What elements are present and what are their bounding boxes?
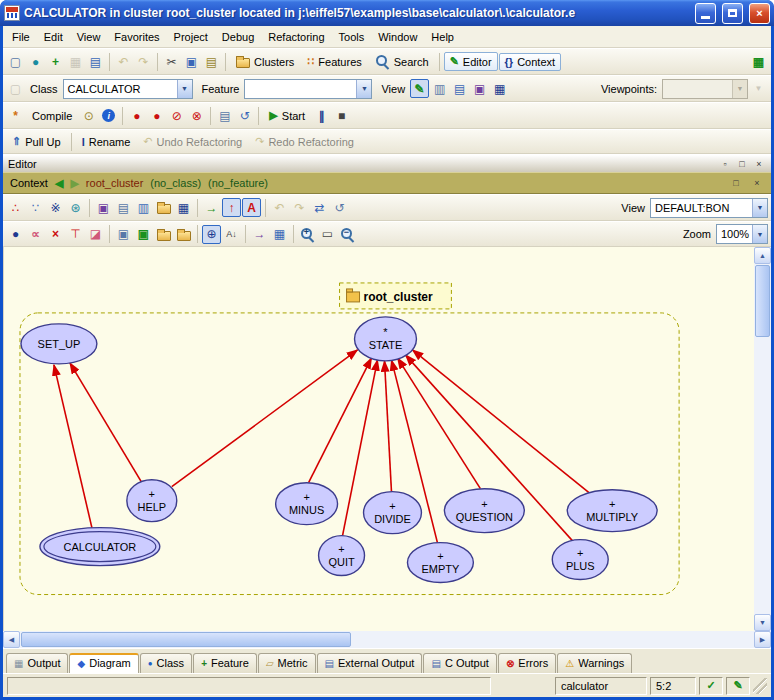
horizontal-scroll-thumb[interactable] [21,632,351,647]
melt-icon[interactable]: * [6,106,25,125]
inheritance-edge-multiply-to-state[interactable] [412,350,590,494]
basic-text-view-icon[interactable]: ✎ [410,79,429,98]
close-button[interactable]: × [749,3,770,24]
context-close-icon[interactable]: × [750,176,764,190]
delete-tool-icon[interactable]: × [46,225,65,244]
class-node-help[interactable]: +HELP [127,480,177,522]
toolbar-overflow-icon[interactable]: ▼ [749,79,768,98]
add-icon[interactable]: + [46,52,65,71]
inheritance-edge-divide-to-state[interactable] [384,361,391,492]
class-node-state[interactable]: *STATE [355,317,417,361]
class-links-icon[interactable]: ∴ [6,198,25,217]
save-icon[interactable]: ▦ [66,52,85,71]
cluster-links-icon[interactable]: ∵ [26,198,45,217]
class-node-calculator[interactable]: CALCULATOR [40,528,160,566]
compile-button[interactable]: Compile [26,107,78,125]
rename-button[interactable]: I Rename [76,133,137,151]
eraser-tool-icon[interactable]: ◪ [86,225,105,244]
horizontal-scroll-track[interactable] [20,631,754,648]
class-node-set_up[interactable]: SET_UP [21,324,97,364]
class-node-divide[interactable]: +DIVIDE [364,492,422,534]
inheritance-tool-icon[interactable]: ↑ [222,198,241,217]
window-layout-icon[interactable]: ▦ [174,198,193,217]
tab-class[interactable]: ●Class [140,653,192,673]
class-node-plus[interactable]: +PLUS [552,540,608,580]
copy-icon[interactable]: ▣ [182,52,201,71]
resize-grip[interactable] [753,678,767,694]
enable-breakpoints-icon[interactable]: ● [127,106,146,125]
zoom-in-icon[interactable]: + [298,225,317,244]
print-diagram-icon[interactable]: ▤ [114,198,133,217]
export-icon[interactable]: ▥ [134,198,153,217]
save-all-icon[interactable]: ▤ [86,52,105,71]
context-toggle-button[interactable]: {} Context [499,53,561,71]
start-button[interactable]: ▶ Start [263,106,311,125]
clusters-button[interactable]: Clusters [230,52,300,71]
pane-float-icon[interactable]: ▫ [718,157,732,171]
folder-in-icon[interactable] [154,225,173,244]
context-cluster[interactable]: root_cluster [86,177,143,189]
class-node-empty[interactable]: +EMPTY [407,543,473,583]
tab-errors[interactable]: ⊗Errors [498,653,556,673]
class-tool-icon[interactable]: ● [6,225,25,244]
undo-refactoring-button[interactable]: ↶ Undo Refactoring [137,132,248,151]
menu-debug[interactable]: Debug [215,28,261,46]
stop-icon[interactable]: ■ [332,106,351,125]
crop-diagram-icon[interactable]: ※ [46,198,65,217]
open-icon[interactable]: ● [26,52,45,71]
project-info-icon[interactable]: i [99,106,118,125]
menu-file[interactable]: File [5,28,37,46]
pane-maximize-icon[interactable]: □ [735,157,749,171]
windows-icon[interactable]: ▣ [114,225,133,244]
remove-breakpoints-icon[interactable]: ⊗ [187,106,206,125]
context-class[interactable]: (no_class) [150,177,201,189]
zoom-combobox[interactable]: 100% ▼ [716,224,768,244]
scroll-left-icon[interactable]: ◀ [3,631,20,648]
center-on-selected-icon[interactable]: → [202,198,221,217]
disable-breakpoints-icon[interactable]: ⊘ [167,106,186,125]
features-button[interactable]: ∷ Features [301,52,367,71]
menu-refactoring[interactable]: Refactoring [261,28,331,46]
diagram-canvas[interactable]: root_clusterSET_UP*STATE+HELPCALCULATOR+… [3,247,754,631]
menu-favorites[interactable]: Favorites [107,28,166,46]
diagram-history-icon[interactable]: ↺ [330,198,349,217]
bon-diagram[interactable]: root_clusterSET_UP*STATE+HELPCALCULATOR+… [4,247,754,631]
search-button[interactable]: Search [369,51,435,72]
open-diagram-icon[interactable] [154,198,173,217]
menu-project[interactable]: Project [167,28,215,46]
cluster-tag-root-cluster[interactable]: root_cluster [340,283,452,309]
debug-view-icon[interactable]: ▤ [215,106,234,125]
scroll-up-icon[interactable]: ▲ [754,247,771,264]
class-node-minus[interactable]: +MINUS [276,483,338,525]
tab-c-output[interactable]: ▤C Output [423,653,496,673]
menu-tools[interactable]: Tools [332,28,372,46]
paste-icon[interactable]: ▤ [202,52,221,71]
title-bar[interactable]: CALCULATOR in cluster root_cluster locat… [0,0,774,26]
editor-toggle-button[interactable]: ✎ Editor [444,52,498,71]
crane-tool-icon[interactable]: ⊤ [66,225,85,244]
redo-icon[interactable]: ↷ [134,52,153,71]
inheritance-edge-minus-to-state[interactable] [309,358,372,483]
zoom-out-icon[interactable]: − [338,225,357,244]
chevron-down-icon[interactable]: ▼ [752,199,767,217]
maximize-button[interactable] [722,3,743,24]
grid-icon[interactable]: ▦ [270,225,289,244]
scroll-down-icon[interactable]: ▼ [754,614,771,631]
tab-output[interactable]: ▦Output [6,653,68,673]
undo-icon[interactable]: ↶ [114,52,133,71]
context-maximize-icon[interactable]: □ [729,176,743,190]
link-tool-icon[interactable]: ⇄ [310,198,329,217]
viewpoints-combobox[interactable]: ▼ [662,79,748,99]
minimize-button[interactable] [695,3,716,24]
feature-combobox[interactable]: ▼ [244,79,372,99]
diagram-view-combobox[interactable]: DEFAULT:BON ▼ [650,198,768,218]
supplier-tool-icon[interactable]: ∝ [26,225,45,244]
history-forward-icon[interactable]: ▶ [70,177,78,190]
inheritance-edge-help-to-state[interactable] [172,350,358,487]
fit-to-screen-icon[interactable]: ▭ [318,225,337,244]
interface-view-icon[interactable]: ▦ [490,79,509,98]
az-sort-icon[interactable]: A↓ [222,225,241,244]
new-window-icon[interactable]: ▦ [749,52,768,71]
detach-view-icon[interactable]: ▣ [134,225,153,244]
pane-close-icon[interactable]: × [752,157,766,171]
